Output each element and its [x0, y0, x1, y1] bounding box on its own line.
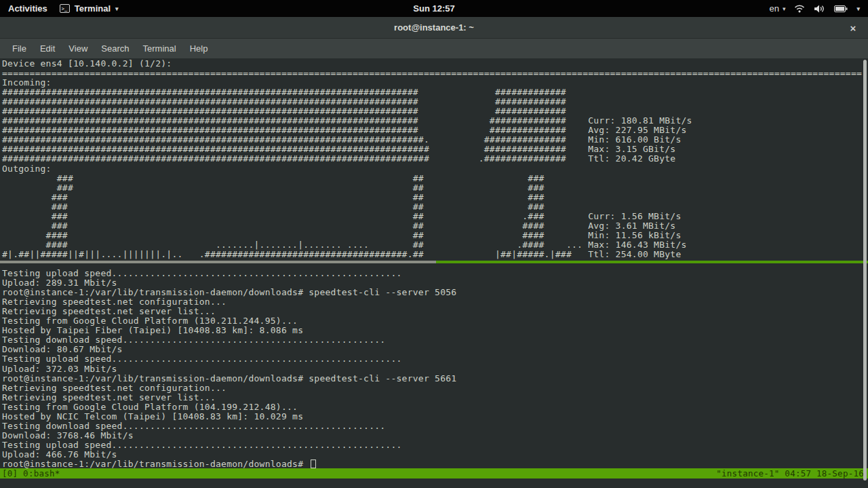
terminal-cursor	[311, 459, 316, 468]
clock[interactable]: Sun 12:57	[413, 3, 454, 14]
window-title: root@instance-1: ~	[394, 22, 474, 33]
tmux-status-bar: [0] 0:bash* "instance-1" 04:57 18-Sep-16	[0, 468, 868, 478]
top-bar: Activities >_ Terminal ▾ Sun 12:57 en ▾	[0, 0, 868, 17]
chevron-down-icon: ▾	[115, 5, 119, 12]
tmux-window-list[interactable]: [0] 0:bash*	[2, 468, 60, 478]
app-menu-label: Terminal	[75, 3, 111, 14]
scrollbar-thumb[interactable]	[863, 60, 867, 481]
system-menu-chevron-icon[interactable]: ▾	[856, 5, 860, 12]
menu-terminal[interactable]: Terminal	[136, 41, 183, 56]
nload-session-separator	[0, 261, 868, 263]
terminal-viewport: Device ens4 [10.140.0.2] (1/2): ========…	[0, 58, 868, 488]
menu-search[interactable]: Search	[94, 41, 136, 56]
menu-view[interactable]: View	[62, 41, 94, 56]
chevron-down-icon: ▾	[783, 5, 786, 12]
wifi-icon[interactable]	[794, 4, 805, 13]
app-menu-button[interactable]: >_ Terminal ▾	[60, 3, 119, 14]
keyboard-layout-indicator[interactable]: en ▾	[769, 3, 785, 14]
activities-button[interactable]: Activities	[8, 3, 47, 14]
battery-icon[interactable]	[834, 5, 848, 13]
tmux-session-info: "instance-1" 04:57 18-Sep-16	[716, 468, 864, 478]
menu-edit[interactable]: Edit	[33, 41, 62, 56]
keyboard-layout-label: en	[769, 3, 778, 14]
menu-file[interactable]: File	[5, 41, 33, 56]
window-titlebar: root@instance-1: ~ ×	[0, 17, 868, 39]
volume-icon[interactable]	[814, 4, 825, 14]
separator-green-segment	[436, 261, 868, 263]
close-button[interactable]: ×	[845, 17, 861, 39]
terminal-icon: >_	[60, 4, 70, 13]
terminal-output[interactable]: Device ens4 [10.140.0.2] (1/2): ========…	[2, 59, 862, 469]
menu-bar: File Edit View Search Terminal Help	[0, 39, 868, 58]
separator-gray-segment	[0, 261, 436, 263]
scrollbar[interactable]	[863, 60, 867, 482]
menu-help[interactable]: Help	[183, 41, 215, 56]
